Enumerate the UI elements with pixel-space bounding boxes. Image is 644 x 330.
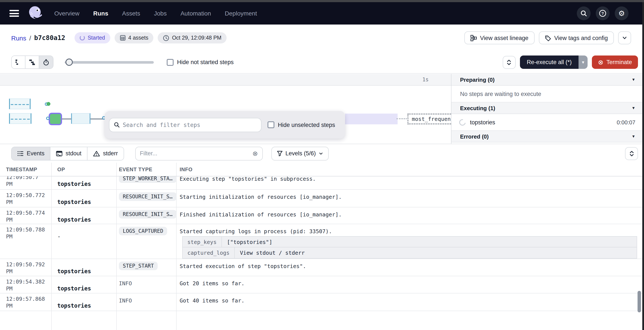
event-type-chip: LOGS_CAPTURED bbox=[119, 227, 167, 235]
breadcrumb-separator: / bbox=[29, 34, 31, 41]
event-type-chip: STEP_WORKER_STA… bbox=[119, 176, 176, 183]
chevron-down-icon bbox=[319, 151, 323, 156]
dagster-logo-icon[interactable] bbox=[27, 5, 44, 22]
clear-filter-icon[interactable]: ⊗ bbox=[252, 150, 258, 157]
run-header-actions: View asset lineage View tags and config bbox=[464, 31, 631, 44]
logs-toolbar: Events stdout stderr ⊗ Levels (5/6) bbox=[0, 144, 644, 163]
table-row[interactable]: 12:09:57.868PM topstories INFO Got 40 it… bbox=[0, 293, 642, 311]
grid-icon bbox=[120, 35, 126, 41]
status-spinner-icon bbox=[80, 35, 85, 40]
nav-right-icons: ? ⚙ bbox=[577, 6, 628, 20]
executing-section-header[interactable]: Executing (1)▼ bbox=[452, 102, 642, 114]
table-row[interactable]: 12:09:54.382PM topstories INFO Got 20 it… bbox=[0, 276, 642, 293]
hide-unselected-label: Hide unselected steps bbox=[278, 122, 335, 128]
reexecute-dropdown-button[interactable]: ▼ bbox=[578, 55, 588, 69]
vertical-scrollbar[interactable] bbox=[638, 291, 641, 312]
gantt-expand-button[interactable] bbox=[503, 56, 516, 69]
step-search-input[interactable] bbox=[123, 122, 257, 128]
help-icon[interactable]: ? bbox=[596, 6, 610, 20]
lineage-icon bbox=[470, 35, 477, 41]
terminal-icon bbox=[56, 150, 63, 157]
event-type-chip: RESOURCE_INIT_S… bbox=[119, 192, 176, 201]
flat-view-icon[interactable] bbox=[12, 56, 26, 68]
hamburger-menu-icon[interactable] bbox=[10, 10, 19, 17]
gantt-toolbar: Hide not started steps Re-execute all (*… bbox=[0, 51, 644, 74]
up-down-chevrons-icon bbox=[507, 59, 512, 65]
preparing-empty-message: No steps are waiting to execute bbox=[452, 86, 642, 102]
not-started-step-box[interactable] bbox=[9, 99, 30, 109]
search-icon bbox=[114, 122, 120, 128]
not-started-step-box[interactable] bbox=[9, 113, 32, 124]
table-row[interactable]: 12:09:50.772PM topstories RESOURCE_INIT_… bbox=[0, 190, 642, 207]
col-event-type: EVENT TYPE bbox=[119, 166, 152, 172]
nav-item-assets[interactable]: Assets bbox=[122, 10, 140, 17]
terminate-button[interactable]: ⊗ Terminate bbox=[592, 55, 638, 69]
collapse-caret-icon: ▼ bbox=[632, 77, 636, 82]
executing-step-row[interactable]: topstories 0:00:07 bbox=[452, 114, 642, 131]
event-type-chip: RESOURCE_INIT_S… bbox=[119, 210, 176, 219]
log-filter-input[interactable] bbox=[140, 150, 252, 157]
hide-unselected-checkbox[interactable] bbox=[268, 121, 274, 128]
terminate-icon: ⊗ bbox=[598, 58, 603, 66]
nav-item-jobs[interactable]: Jobs bbox=[154, 10, 167, 17]
timed-view-icon[interactable] bbox=[39, 56, 53, 68]
gantt-view-mode-group bbox=[11, 55, 54, 69]
step-search-box[interactable] bbox=[109, 118, 262, 132]
reexecute-all-button[interactable]: Re-execute all (*) bbox=[520, 55, 579, 69]
collapse-caret-icon: ▼ bbox=[632, 106, 636, 110]
event-log-table: TIMESTAMP OP EVENT TYPE INFO 12:09:50.7P… bbox=[0, 163, 642, 330]
slider-track[interactable] bbox=[64, 61, 154, 64]
tab-events[interactable]: Events bbox=[12, 147, 50, 160]
run-more-actions-button[interactable] bbox=[618, 31, 631, 44]
waterfall-view-icon[interactable] bbox=[26, 56, 39, 68]
running-step-bar[interactable] bbox=[71, 113, 90, 124]
hide-not-started-checkbox[interactable] bbox=[167, 59, 174, 66]
svg-text:?: ? bbox=[601, 11, 604, 16]
table-row[interactable]: 12:09:50.788PM - LOGS_CAPTURED Started c… bbox=[0, 224, 642, 259]
top-nav: Overview Runs Assets Jobs Automation Dep… bbox=[0, 2, 644, 24]
nav-item-deployment[interactable]: Deployment bbox=[225, 10, 257, 17]
event-type-chip: STEP_START bbox=[119, 262, 158, 270]
run-steps-panel: Preparing (0)▼ No steps are waiting to e… bbox=[451, 74, 642, 144]
metadata-value: ["topstories"] bbox=[222, 239, 272, 245]
up-down-chevrons-icon bbox=[629, 150, 634, 157]
executing-step-box-selected[interactable] bbox=[49, 113, 62, 125]
dependency-node-icon bbox=[46, 117, 50, 120]
collapse-caret-icon: ▼ bbox=[632, 134, 636, 139]
window-right-edge bbox=[642, 2, 644, 330]
view-asset-lineage-button[interactable]: View asset lineage bbox=[464, 31, 534, 44]
preparing-section-header[interactable]: Preparing (0)▼ bbox=[452, 74, 642, 86]
gantt-zoom-slider[interactable] bbox=[64, 58, 154, 66]
table-row[interactable]: 12:09:50.7PM topstories STEP_WORKER_STA…… bbox=[0, 176, 642, 190]
levels-dropdown[interactable]: Levels (5/6) bbox=[271, 147, 329, 160]
gantt-canvas[interactable]: most_frequent Hide unselected steps bbox=[0, 86, 451, 144]
view-stdout-stderr-link[interactable]: View stdout / stderr bbox=[235, 250, 305, 256]
completed-step-dot[interactable] bbox=[46, 102, 50, 106]
errored-section-header[interactable]: Errored (0)▼ bbox=[452, 131, 642, 143]
gantt-search-overlay: Hide unselected steps bbox=[105, 111, 345, 139]
log-filter-box[interactable]: ⊗ bbox=[135, 147, 262, 160]
logs-expand-button[interactable] bbox=[625, 147, 638, 160]
view-tags-config-button[interactable]: View tags and config bbox=[539, 31, 614, 44]
metadata-key: captured_logs bbox=[183, 247, 235, 258]
step-label-most-frequent[interactable]: most_frequent bbox=[408, 114, 451, 124]
col-op: OP bbox=[57, 166, 65, 172]
nav-item-automation[interactable]: Automation bbox=[180, 10, 211, 17]
table-row[interactable]: 12:09:50.792PM topstories STEP_START Sta… bbox=[0, 259, 642, 276]
nav-item-runs[interactable]: Runs bbox=[93, 10, 108, 17]
table-row[interactable]: 12:09:50.774PM topstories RESOURCE_INIT_… bbox=[0, 207, 642, 224]
assets-badge[interactable]: 4 assets bbox=[114, 32, 154, 43]
search-icon[interactable] bbox=[577, 6, 590, 20]
settings-gear-icon[interactable]: ⚙ bbox=[615, 6, 628, 20]
tab-stderr[interactable]: stderr bbox=[88, 147, 124, 160]
metadata-row: step_keys ["topstories"] bbox=[183, 237, 637, 247]
status-badge: Started bbox=[75, 32, 110, 43]
chevron-down-icon bbox=[622, 35, 627, 40]
table-header-row: TIMESTAMP OP EVENT TYPE INFO bbox=[0, 163, 642, 176]
breadcrumb-runs-link[interactable]: Runs bbox=[11, 34, 26, 41]
events-list-icon bbox=[17, 150, 24, 157]
nav-item-overview[interactable]: Overview bbox=[54, 10, 80, 17]
app-window: Overview Runs Assets Jobs Automation Dep… bbox=[0, 0, 644, 330]
slider-thumb[interactable] bbox=[66, 58, 73, 66]
tab-stdout[interactable]: stdout bbox=[50, 147, 88, 160]
